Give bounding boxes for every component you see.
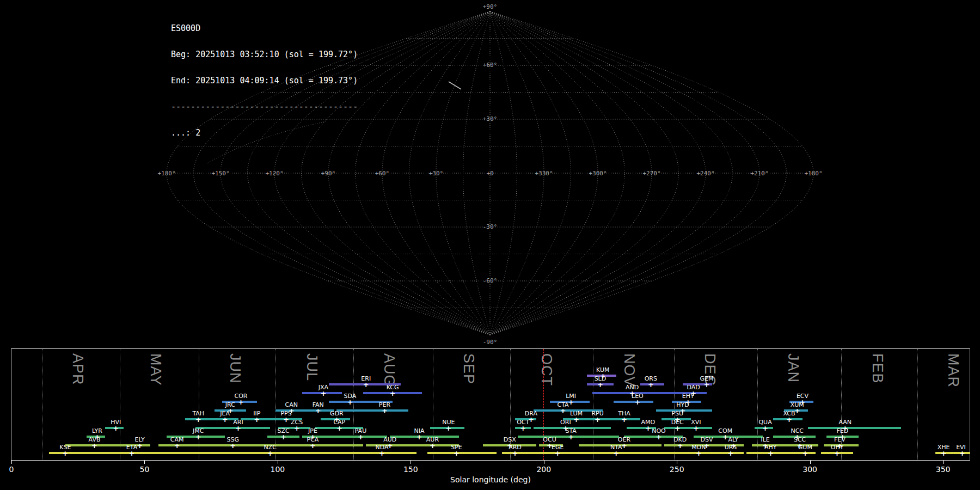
axis-tick — [677, 461, 677, 464]
shower-bar — [427, 452, 497, 454]
peak-marker: + — [310, 442, 316, 449]
peak-marker: + — [254, 416, 260, 423]
peak-marker: + — [834, 450, 840, 457]
meteor-observation-screen: { "header": { "station": "ES000D", "beg_… — [0, 0, 980, 490]
peak-marker: + — [454, 450, 460, 457]
peak-marker: + — [762, 425, 768, 432]
peak-marker: + — [382, 407, 388, 414]
peak-marker: + — [941, 450, 947, 457]
month-separator — [199, 349, 199, 460]
end-time-line: End: 20251013 04:09:14 (sol = 199.73°) — [171, 76, 358, 85]
month-separator — [353, 349, 354, 460]
header-separator: -------------------------------------- — [171, 102, 358, 111]
peak-marker: + — [91, 442, 97, 449]
peak-marker: + — [195, 416, 201, 423]
peak-marker: + — [430, 442, 436, 449]
axis-tick-label: 300 — [803, 465, 817, 474]
sky-lon-label: +150° — [211, 170, 229, 177]
sky-lon-label: +30° — [429, 170, 444, 177]
month-label: SEP — [460, 353, 477, 384]
peak-marker: + — [634, 399, 640, 406]
axis-tick-label: 350 — [936, 465, 951, 474]
axis-tick-label: 150 — [403, 465, 418, 474]
peak-marker: + — [137, 442, 143, 449]
peak-marker: + — [786, 416, 792, 423]
peak-marker: + — [645, 425, 651, 432]
sky-lon-label: +270° — [642, 170, 660, 177]
axis-tick-label: 100 — [271, 465, 285, 474]
axis-tick — [144, 461, 145, 464]
axis-tick-label: 200 — [536, 465, 551, 474]
peak-marker: + — [416, 433, 422, 440]
sky-lat-label: -30° — [483, 223, 498, 230]
sky-lat-label: +90° — [483, 3, 498, 10]
sky-lon-label: +180° — [804, 170, 822, 177]
station-id: ES000D — [171, 24, 358, 33]
peak-marker: + — [390, 390, 396, 397]
peak-marker: + — [315, 407, 321, 414]
peak-marker: + — [294, 425, 300, 432]
sky-lon-label: +210° — [750, 170, 768, 177]
axis-tick — [11, 461, 12, 464]
peak-marker: + — [648, 381, 654, 388]
meteor-trail — [449, 82, 461, 89]
observation-header: ES000D Beg: 20251013 03:52:10 (sol = 199… — [171, 7, 358, 146]
begin-time-line: Beg: 20251013 03:52:10 (sol = 199.72°) — [171, 50, 358, 59]
peak-marker: + — [573, 416, 579, 423]
peak-marker: + — [597, 381, 603, 388]
peak-marker: + — [230, 442, 236, 449]
shower-bar — [195, 427, 270, 429]
peak-marker: + — [568, 433, 574, 440]
peak-marker: + — [959, 450, 965, 457]
peak-marker: + — [728, 450, 734, 457]
peak-marker: + — [677, 442, 683, 449]
shower-bar — [278, 444, 363, 446]
peak-marker: + — [379, 450, 385, 457]
peak-marker: + — [768, 450, 774, 457]
peak-marker: + — [802, 450, 808, 457]
peak-marker: + — [280, 433, 286, 440]
axis-tick — [411, 461, 411, 464]
sky-lon-label: +0 — [486, 170, 493, 177]
peak-marker: + — [512, 450, 518, 457]
sky-lon-label: +330° — [535, 170, 553, 177]
shower-bar — [584, 452, 683, 454]
month-separator — [593, 349, 593, 460]
month-separator — [120, 349, 120, 460]
peak-marker: + — [222, 416, 228, 423]
sky-lat-label: +30° — [483, 115, 498, 122]
sky-map: +90°+60°+30°-30°-60°-90°+180°+150°+120°+… — [0, 0, 980, 347]
shower-bar — [390, 436, 459, 438]
shower-bar — [212, 452, 337, 454]
month-label: FEB — [869, 353, 886, 384]
timeline-chart: APRMAYJUNJULAUGSEPOCTNOVDECJANFEBMARKUM+… — [11, 348, 970, 461]
peak-marker: + — [62, 450, 68, 457]
sky-lat-label: -90° — [483, 339, 498, 346]
sky-lon-label: +120° — [265, 170, 283, 177]
peak-marker: + — [336, 425, 342, 432]
peak-marker: + — [267, 450, 273, 457]
current-sol-line — [543, 349, 544, 460]
peak-marker: + — [555, 450, 561, 457]
peak-marker: + — [696, 450, 702, 457]
sky-lat-label: -60° — [483, 277, 498, 284]
axis-tick-label: 0 — [9, 465, 14, 474]
month-label: OCT — [538, 353, 555, 386]
peak-marker: + — [235, 425, 241, 432]
peak-marker: + — [363, 381, 369, 388]
month-separator — [674, 349, 675, 460]
axis-tick — [544, 461, 544, 464]
event-count-line: ...: 2 — [171, 128, 358, 137]
month-label: JAN — [785, 353, 801, 383]
sky-lon-label: +300° — [589, 170, 607, 177]
peak-marker: + — [283, 416, 289, 423]
month-label: JUL — [303, 353, 320, 381]
peak-marker: + — [520, 425, 526, 432]
peak-marker: + — [195, 433, 201, 440]
shower-bar — [336, 409, 408, 412]
peak-marker: + — [656, 433, 662, 440]
peak-marker: + — [129, 450, 135, 457]
month-label: NOV — [621, 353, 638, 387]
peak-marker: + — [568, 399, 574, 406]
peak-marker: + — [704, 381, 710, 388]
